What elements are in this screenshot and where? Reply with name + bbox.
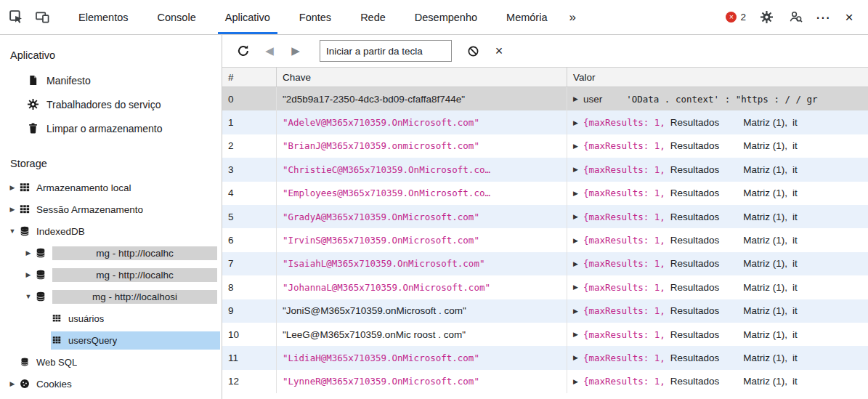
refresh-icon[interactable] (232, 40, 254, 62)
value-preview: {maxResults: 1,ResultadosMatriz (1),it (583, 305, 798, 316)
expand-arrow-icon[interactable]: ▶ (573, 237, 578, 244)
table-row[interactable]: 6 "IrvinS@M365x710359.OnMicrosoft.com" ▶… (222, 228, 868, 251)
tab-desempenho[interactable]: Desempenho (400, 0, 492, 34)
tree-item-web-sql[interactable]: Web SQL (0, 351, 222, 373)
more-tabs-button[interactable]: » (561, 10, 583, 25)
tree-item-label: Armazenamento local (36, 182, 131, 193)
table-row[interactable]: 2 "BrianJ@M365x710359.onmicrosoft.com" ▶… (222, 134, 868, 158)
value-segment: it (792, 305, 798, 316)
value-segment: Matriz (1), (743, 211, 787, 222)
value-segment: {maxResults: 1, (583, 258, 665, 269)
table-row[interactable]: 11 "LidiaH@M365x710359.OnMicrosoft.com" … (222, 346, 868, 369)
tree-item-indexeddb[interactable]: ▼ IndexedDB (0, 220, 222, 242)
table-row[interactable]: 4 "Employees@M365x710359.OnMicrosoft.co…… (222, 182, 868, 205)
table-row[interactable]: 7 "IsaiahL@M365x710359.OnMicrosoft.com" … (222, 252, 868, 275)
table-row[interactable]: 1 "AdeleV@M365x710359.OnMicrosoft.com" ▶… (222, 110, 868, 134)
value-segment: Matriz (1), (743, 329, 787, 340)
value-segment: {maxResults: 1, (583, 117, 665, 128)
table-row[interactable]: 10 "LeeG@M365x710359.onMic roost . com" … (222, 323, 868, 346)
tree-item-mg-http-localhc[interactable]: ▶ mg - http://localhc (0, 242, 222, 264)
value-preview: {maxResults: 1,ResultadosMatriz (1),it (583, 376, 798, 387)
expand-arrow-icon[interactable]: ▶ (573, 142, 578, 150)
tree-item-content: usersQuery (51, 331, 220, 350)
value-segment: Resultados (670, 352, 720, 363)
tab-console[interactable]: Console (143, 0, 211, 34)
row-index-cell: 7 (222, 252, 277, 275)
more-options-icon[interactable]: ⋯ (813, 6, 833, 29)
tab-elementos[interactable]: Elementos (64, 0, 143, 34)
collapse-arrow-icon[interactable]: ▼ (6, 227, 19, 235)
table-row[interactable]: 0 "2d5b9a17-2350-4dc3-bd09-cfaffa8f744e"… (222, 87, 868, 110)
db-icon (35, 270, 46, 280)
expand-arrow-icon[interactable]: ▶ (573, 119, 578, 126)
expand-arrow-icon[interactable]: ▶ (573, 95, 578, 102)
tree-item-label: mg - http://localhosi (52, 290, 217, 304)
expand-arrow-icon[interactable]: ▶ (573, 307, 578, 315)
tab-rede[interactable]: Rede (346, 0, 400, 34)
start-from-key-input[interactable] (320, 40, 452, 62)
sidebar-item-trabalhadores-do-servi-o[interactable]: Trabalhadores do serviço (0, 92, 222, 116)
expand-arrow-icon[interactable]: ▶ (6, 184, 19, 191)
value-preview: {maxResults: 1,ResultadosMatriz (1),it (583, 140, 798, 151)
expand-arrow-icon[interactable]: ▶ (573, 378, 578, 385)
expand-arrow-icon[interactable]: ▶ (22, 271, 35, 278)
people-search-icon[interactable] (784, 6, 807, 29)
row-index-cell: 11 (222, 346, 277, 369)
settings-gear-icon[interactable] (755, 6, 778, 29)
document-icon (27, 75, 38, 86)
collapse-arrow-icon[interactable]: ▼ (22, 293, 35, 300)
table-row[interactable]: 3 "ChristieC@M365x710359.OnMicrosoft.co…… (222, 158, 868, 181)
expand-arrow-icon[interactable]: ▶ (573, 213, 578, 220)
table-row[interactable]: 9 "JoniS@M365x710359.onMicrosoft . com" … (222, 299, 868, 323)
expand-arrow-icon[interactable]: ▶ (573, 331, 578, 338)
expand-arrow-icon[interactable]: ▶ (573, 283, 578, 291)
expand-arrow-icon[interactable]: ▶ (573, 354, 578, 361)
error-badge[interactable]: × 2 (723, 12, 749, 23)
tree-item-mg-http-localhc[interactable]: ▶ mg - http://localhc (0, 264, 222, 286)
tree-item-cookies[interactable]: ▶ Cookies (0, 373, 222, 395)
value-segment: {maxResults: 1, (583, 282, 665, 293)
tree-item-mg-http-localhosi[interactable]: ▼ mg - http://localhosi (0, 286, 222, 307)
device-toolbar-icon[interactable] (31, 6, 54, 29)
expand-arrow-icon[interactable]: ▶ (573, 260, 578, 267)
inspect-element-icon[interactable] (4, 6, 28, 29)
sidebar-item-manifesto[interactable]: Manifesto (0, 68, 222, 92)
tab-fontes[interactable]: Fontes (285, 0, 346, 34)
tab-mem-ria[interactable]: Memória (492, 0, 561, 34)
value-segment: Resultados (670, 188, 720, 198)
value-cell: ▶ {maxResults: 1,ResultadosMatriz (1),it (567, 346, 868, 369)
tree-item-usersquery[interactable]: usersQuery (0, 329, 222, 351)
expand-arrow-icon[interactable]: ▶ (6, 206, 19, 213)
tree-item-armazenamento-local[interactable]: ▶ Armazenamento local (0, 177, 222, 198)
next-page-icon[interactable]: ▶ (285, 40, 307, 62)
value-segment: it (792, 117, 798, 128)
table-row[interactable]: 5 "GradyA@M365x710359.OnMicrosoft.com" ▶… (222, 205, 868, 228)
value-segment: Resultados (670, 211, 720, 222)
row-index-cell: 10 (222, 323, 277, 346)
tree-item-sess-o-armazenamento[interactable]: ▶ Sessão Armazenamento (0, 198, 222, 220)
close-devtools-icon[interactable]: × (839, 6, 859, 29)
tab-aplicativo[interactable]: Aplicativo (211, 0, 285, 34)
tree-item-usu-rios[interactable]: usuários (0, 307, 222, 329)
table-row[interactable]: 12 "LynneR@M365x710359.OnMicrosoft.com" … (222, 370, 868, 393)
sidebar-item-limpar-o-armazenamento[interactable]: Limpar o armazenamento (0, 116, 222, 140)
expand-arrow-icon[interactable]: ▶ (573, 166, 578, 173)
previous-page-icon[interactable]: ◀ (259, 40, 280, 62)
key-value-grid: #ChaveValor 0 "2d5b9a17-2350-4dc3-bd09-c… (222, 68, 868, 399)
expand-arrow-icon[interactable]: ▶ (573, 190, 578, 197)
value-segment: Resultados (670, 235, 720, 246)
table-row[interactable]: 8 "JohannaL@M365x710359.OnMicrosoft.com"… (222, 275, 868, 299)
storage-tree: ▶ Armazenamento local ▶ Sessão Armazenam… (0, 177, 222, 395)
db-icon (35, 248, 46, 258)
clear-icon[interactable]: × (488, 40, 510, 62)
row-index-cell: 5 (222, 205, 277, 228)
value-segment: {maxResults: 1, (583, 305, 665, 316)
block-icon[interactable] (462, 40, 484, 62)
storage-section-title: Storage (0, 140, 222, 177)
key-cell: "AdeleV@M365x710359.OnMicrosoft.com" (277, 110, 567, 134)
value-cell: ▶ {maxResults: 1,ResultadosMatriz (1),it (567, 134, 868, 158)
value-preview: {maxResults: 1,ResultadosMatriz (1),it (583, 329, 798, 340)
expand-arrow-icon[interactable]: ▶ (6, 380, 19, 387)
row-index-cell: 4 (222, 182, 277, 205)
expand-arrow-icon[interactable]: ▶ (22, 249, 35, 257)
